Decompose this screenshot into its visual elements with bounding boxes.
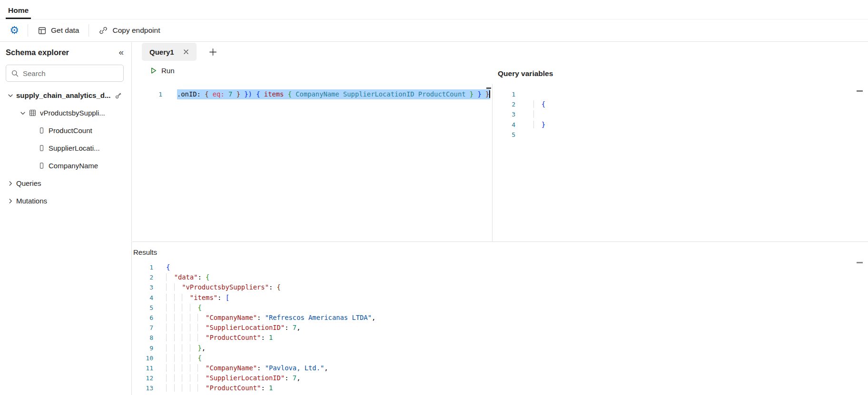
graphql-query-editor[interactable]: 1 .onID: { eq: 7 } }) { items { CompanyN… [132, 84, 493, 241]
tree-item-view[interactable]: vProductsbySuppli... [0, 104, 131, 122]
copy-endpoint-label: Copy endpoint [112, 26, 160, 35]
query-tab-bar: Query1 [132, 42, 868, 61]
chevron-right-icon[interactable] [5, 198, 16, 204]
ribbon-tab-bar: Home [0, 0, 868, 19]
mutations-label: Mutations [16, 197, 47, 205]
results-editor[interactable]: 12345678910111213 { "data": { "vProducts… [132, 262, 868, 393]
run-label: Run [161, 67, 175, 75]
results-json: { "data": { "vProductsbySuppliers": { "i… [132, 262, 868, 393]
gear-icon: ⚙ [10, 25, 19, 36]
overview-ruler-mark [857, 262, 863, 263]
key-icon [115, 92, 122, 99]
schema-explorer-title: Schema explorer [6, 48, 69, 57]
tree-item-queries[interactable]: Queries [0, 174, 131, 192]
line-number-gutter: 12345678910111213 [132, 262, 153, 393]
tab-home[interactable]: Home [6, 2, 31, 19]
data-source-label: supply_chain_analytics_d... [16, 91, 110, 99]
tab-query1[interactable]: Query1 [142, 43, 197, 61]
editor-toolbar: Run [132, 61, 178, 79]
chevron-down-icon[interactable] [17, 110, 29, 116]
column-icon [38, 127, 45, 134]
column-label: CompanyName [49, 162, 98, 170]
overview-ruler-cursor-mark [486, 87, 491, 89]
results-title: Results [132, 242, 868, 256]
column-icon [38, 145, 45, 152]
collapse-panel-icon[interactable]: « [118, 47, 125, 58]
query-code[interactable]: .onID: { eq: 7 } }) { items { CompanyNam… [132, 84, 492, 99]
tree-item-column[interactable]: CompanyName [0, 157, 131, 174]
schema-explorer-header: Schema explorer « [0, 42, 131, 58]
tree-item-column[interactable]: ProductCount [0, 122, 131, 139]
column-label: ProductCount [49, 126, 92, 135]
query-variables-code[interactable]: { } [493, 84, 868, 140]
line-number-gutter: 12345 [493, 84, 515, 140]
queries-label: Queries [16, 179, 41, 187]
column-icon [38, 162, 45, 169]
chevron-down-icon[interactable] [5, 92, 16, 99]
search-box [6, 65, 124, 82]
column-label: SupplierLocati... [49, 144, 100, 152]
overview-ruler-mark [857, 90, 863, 92]
toolbar: ⚙ Get data Copy endpoint [0, 19, 868, 42]
schema-tree: supply_chain_analytics_d... vProductsbyS… [0, 87, 131, 210]
new-query-tab-button[interactable] [205, 43, 221, 61]
run-button[interactable]: Run [146, 65, 178, 77]
view-label: vProductsbySuppli... [40, 109, 105, 117]
chevron-right-icon[interactable] [5, 180, 16, 187]
toolbar-separator [89, 24, 89, 37]
results-panel: Results 12345678910111213 { "data": { "v… [132, 241, 868, 395]
main-area: Query1 Run Query variables 1 .onID: { eq… [132, 42, 868, 395]
tree-item-mutations[interactable]: Mutations [0, 192, 131, 210]
query-variables-editor[interactable]: 12345 { } [493, 84, 868, 241]
settings-button[interactable]: ⚙ [6, 22, 23, 39]
editors-region: 1 .onID: { eq: 7 } }) { items { CompanyN… [132, 84, 868, 241]
search-icon [11, 69, 19, 77]
table-data-icon [38, 26, 47, 35]
tab-query1-label: Query1 [149, 48, 174, 56]
line-number-gutter: 1 [132, 84, 162, 99]
link-icon [99, 26, 108, 35]
copy-endpoint-button[interactable]: Copy endpoint [94, 22, 165, 39]
get-data-button[interactable]: Get data [33, 22, 84, 39]
plus-icon [208, 48, 217, 57]
table-icon [29, 109, 37, 117]
schema-explorer-panel: Schema explorer « supply_chain_analytics… [0, 42, 132, 395]
toolbar-separator [28, 24, 28, 37]
tree-item-data-source[interactable]: supply_chain_analytics_d... [0, 87, 131, 104]
query-variables-title: Query variables [498, 69, 553, 78]
close-icon[interactable] [182, 48, 190, 56]
tree-item-column[interactable]: SupplierLocati... [0, 139, 131, 157]
search-input[interactable] [23, 69, 118, 77]
play-icon [150, 67, 157, 74]
get-data-label: Get data [51, 26, 79, 35]
tab-home-label: Home [8, 6, 29, 14]
